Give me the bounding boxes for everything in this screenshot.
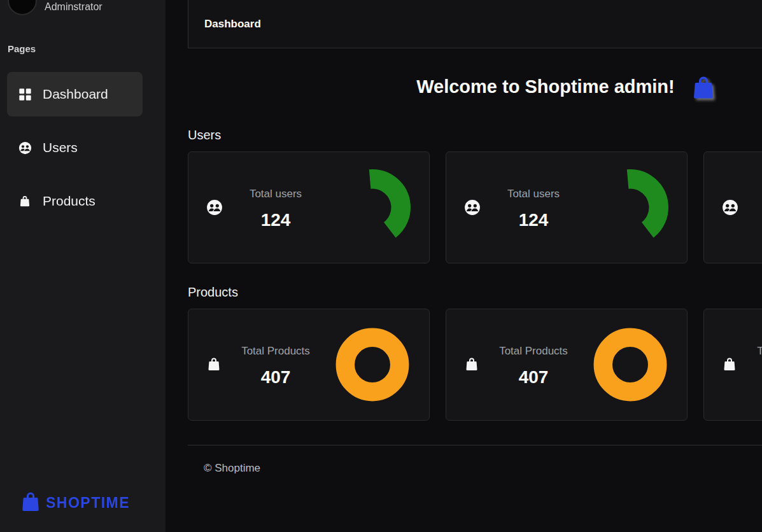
avatar bbox=[8, 0, 37, 15]
stat-value: 124 bbox=[498, 210, 568, 230]
stat-card-total-users: Total users 124 bbox=[188, 151, 430, 263]
main-content: Dashboard Welcome to Shoptime admin! Use… bbox=[166, 0, 762, 491]
logo[interactable]: Shoptime bbox=[19, 490, 130, 515]
stat-value: 407 bbox=[498, 367, 568, 388]
stat-label: Total users bbox=[241, 185, 311, 204]
pages-section-label: Pages bbox=[8, 43, 36, 54]
sidebar-item-label: Dashboard bbox=[43, 87, 108, 102]
welcome-heading: Welcome to Shoptime admin! bbox=[188, 74, 762, 105]
stat-label: Total Products bbox=[498, 342, 568, 361]
welcome-title-text: Welcome to Shoptime admin! bbox=[416, 76, 675, 97]
stat-card-total-users: Total users 124 bbox=[446, 151, 688, 263]
users-icon bbox=[18, 141, 32, 155]
page-title: Dashboard bbox=[204, 18, 261, 31]
stat-label: Total Products bbox=[756, 342, 762, 361]
users-icon bbox=[464, 199, 481, 216]
profile-name: Adminstrator bbox=[45, 1, 102, 13]
stat-card-total-products: Total Products 407 bbox=[703, 309, 762, 421]
section-title-users: Users bbox=[188, 128, 762, 143]
users-cards-row: Total users 124 Total users bbox=[188, 151, 762, 263]
sidebar-item-label: Products bbox=[43, 193, 95, 209]
logo-text: Shoptime bbox=[46, 494, 130, 512]
sidebar-item-label: Users bbox=[43, 140, 78, 155]
sidebar-item-dashboard[interactable]: Dashboard bbox=[7, 72, 143, 116]
stat-value: 407 bbox=[756, 367, 762, 388]
users-donut-chart bbox=[591, 169, 669, 246]
stat-card-total-products: Total Products 407 bbox=[188, 309, 430, 421]
copyright-text: © Shoptime bbox=[204, 462, 260, 474]
sidebar: Adminstrator Pages Dashboard bbox=[0, 0, 166, 532]
footer: © Shoptime bbox=[188, 445, 762, 491]
shopping-bag-icon bbox=[206, 356, 223, 373]
shopping-bag-icon bbox=[18, 195, 32, 208]
sidebar-item-users[interactable]: Users bbox=[7, 125, 143, 170]
section-title-products: Products bbox=[188, 285, 762, 300]
stat-label: Total users bbox=[498, 185, 568, 204]
shopping-bag-icon bbox=[690, 74, 717, 105]
stat-card-total-users: Total users 124 bbox=[703, 151, 762, 263]
sidebar-nav: Dashboard Users Pro bbox=[0, 72, 166, 232]
stat-label: Total Products bbox=[241, 342, 311, 361]
stat-value: 124 bbox=[241, 210, 311, 230]
users-donut-chart bbox=[334, 169, 411, 246]
products-donut-chart bbox=[334, 326, 411, 403]
profile-block: Adminstrator bbox=[0, 0, 166, 25]
stat-value: 124 bbox=[756, 210, 762, 230]
page-header: Dashboard bbox=[188, 0, 762, 48]
stat-value: 407 bbox=[241, 367, 311, 388]
products-donut-chart bbox=[591, 326, 669, 403]
products-cards-row: Total Products 407 Total Products 407 bbox=[188, 309, 762, 421]
stat-label: Total users bbox=[756, 185, 762, 204]
shopping-bag-icon bbox=[464, 356, 481, 373]
users-icon bbox=[206, 199, 223, 216]
shopping-bag-icon bbox=[19, 490, 42, 515]
shopping-bag-icon bbox=[722, 356, 738, 373]
grid-icon bbox=[18, 88, 32, 101]
sidebar-item-products[interactable]: Products bbox=[7, 179, 143, 223]
stat-card-total-products: Total Products 407 bbox=[446, 309, 688, 421]
users-icon bbox=[722, 199, 738, 216]
